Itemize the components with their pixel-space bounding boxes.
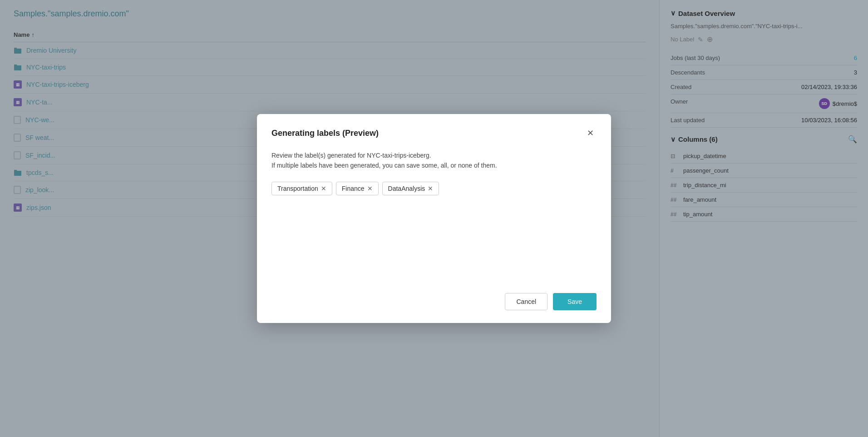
label-tag-finance: Finance ✕ [336,182,379,195]
labels-container: Transportation ✕ Finance ✕ DataAnalysis … [271,182,597,195]
description-line2: If multiple labels have been generated, … [271,160,597,170]
label-text: Finance [342,185,365,192]
modal-title: Generating labels (Preview) [271,129,379,138]
label-tag-transportation: Transportation ✕ [271,182,332,195]
remove-dataanalysis-button[interactable]: ✕ [428,185,433,192]
close-button[interactable]: ✕ [584,127,597,139]
label-text: DataAnalysis [388,185,425,192]
modal-description: Review the label(s) generated for NYC-ta… [271,150,597,171]
save-button[interactable]: Save [553,293,597,310]
modal-footer: Cancel Save [271,286,597,310]
modal-header: Generating labels (Preview) ✕ [271,127,597,139]
generating-labels-modal: Generating labels (Preview) ✕ Review the… [257,114,611,323]
remove-transportation-button[interactable]: ✕ [321,185,326,192]
description-line1: Review the label(s) generated for NYC-ta… [271,150,597,160]
label-text: Transportation [277,185,318,192]
modal-body: Review the label(s) generated for NYC-ta… [271,150,597,271]
cancel-button[interactable]: Cancel [505,293,547,310]
remove-finance-button[interactable]: ✕ [367,185,373,192]
label-tag-dataanalysis: DataAnalysis ✕ [382,182,439,195]
modal-overlay: Generating labels (Preview) ✕ Review the… [0,0,868,437]
